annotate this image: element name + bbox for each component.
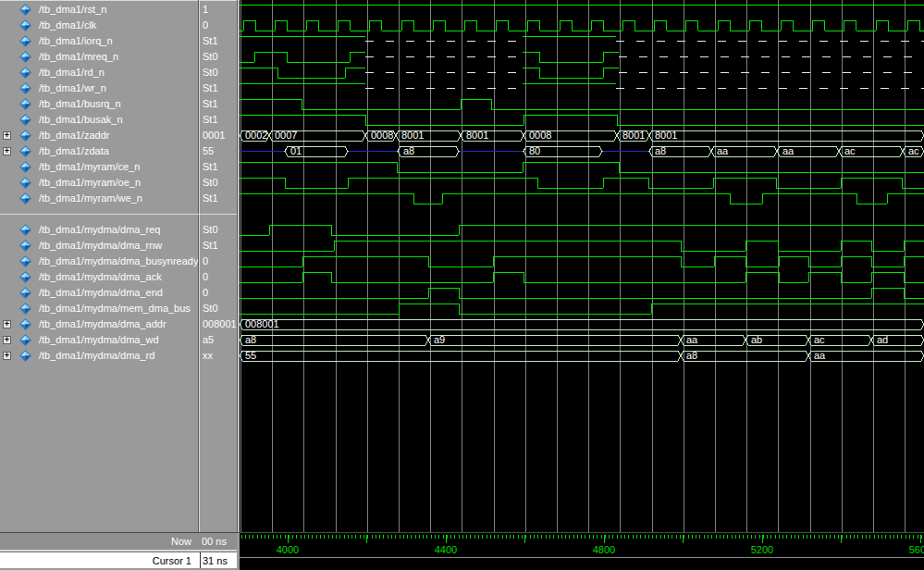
signal-diamond-icon xyxy=(19,19,31,31)
signal-row[interactable]: /tb_dma1/mydma/dma_end xyxy=(0,285,198,301)
waveform-canvas[interactable]: 0002000700088001800100088001800101a880a8… xyxy=(240,0,924,532)
signal-name: /tb_dma1/mreq_n xyxy=(39,51,118,62)
signal-value: 0 xyxy=(203,18,208,33)
signal-value: 1 xyxy=(203,2,208,18)
timeline-scroll-area[interactable] xyxy=(240,557,924,570)
now-label: Now xyxy=(0,536,191,547)
bus-value-box xyxy=(808,351,924,361)
signal-row[interactable]: /tb_dma1/mydma/mem_dma_bus xyxy=(0,301,198,316)
bus-value-label: ac xyxy=(844,145,856,156)
signal-name: /tb_dma1/zdata xyxy=(39,145,109,156)
signal-diamond-icon xyxy=(19,4,31,16)
signal-name: /tb_dma1/myram/oe_n xyxy=(39,177,141,188)
signal-value: St0 xyxy=(203,175,218,191)
signal-value: 0 xyxy=(203,269,208,285)
signal-diamond-icon xyxy=(19,51,31,63)
signal-name: /tb_dma1/mydma/dma_req xyxy=(39,224,160,235)
signal-diamond-icon xyxy=(19,255,31,267)
signal-row[interactable]: /tb_dma1/busak_n xyxy=(0,112,198,128)
cursor-row[interactable]: Cursor 1 31 ns xyxy=(0,551,237,568)
signal-name: /tb_dma1/rd_n xyxy=(39,67,105,78)
signal-group-divider xyxy=(0,214,237,215)
bus-value-label: 0007 xyxy=(275,130,297,141)
signal-diamond-icon xyxy=(19,318,31,330)
signal-value: St1 xyxy=(203,238,218,254)
bus-value-label: aa xyxy=(686,334,698,345)
signal-name: /tb_dma1/zaddr xyxy=(39,130,109,141)
signal-diamond-icon xyxy=(19,114,31,126)
tree-expand-icon[interactable]: + xyxy=(3,320,11,328)
signal-row[interactable]: +/tb_dma1/mydma/dma_addr xyxy=(0,316,198,332)
signal-row[interactable]: /tb_dma1/myram/oe_n xyxy=(0,175,198,191)
signal-diamond-icon xyxy=(19,192,31,204)
tree-expand-icon[interactable]: + xyxy=(3,336,11,344)
cursor-value: 31 ns xyxy=(200,552,237,568)
ruler-time-label: 5200 xyxy=(751,544,773,555)
signal-diamond-icon xyxy=(19,240,31,252)
signal-diamond-icon xyxy=(19,82,31,94)
bus-value-label: 55 xyxy=(245,350,256,361)
signal-diamond-icon xyxy=(19,303,31,315)
signal-value: St1 xyxy=(203,96,218,112)
signal-row[interactable]: /tb_dma1/myram/we_n xyxy=(0,191,198,206)
tree-expand-icon[interactable]: + xyxy=(3,131,11,140)
tree-expand-icon[interactable]: + xyxy=(3,147,11,155)
signal-value: St0 xyxy=(203,301,218,316)
signal-value: xx xyxy=(203,348,213,364)
signal-name: /tb_dma1/mydma/mem_dma_bus xyxy=(39,303,191,314)
signal-value: St1 xyxy=(203,81,218,96)
cursor-label: Cursor 1 xyxy=(0,555,191,566)
bus-value-label: aa xyxy=(717,145,729,156)
signal-row[interactable]: /tb_dma1/clk xyxy=(0,18,198,33)
signal-diamond-icon xyxy=(19,224,31,236)
bus-value-label: 01 xyxy=(290,145,302,156)
bus-value-label: 80 xyxy=(529,145,540,156)
signal-row[interactable]: /tb_dma1/mreq_n xyxy=(0,49,198,65)
signal-value: St1 xyxy=(203,33,218,49)
signal-value: 0001 xyxy=(203,128,225,143)
signal-name: /tb_dma1/mydma/dma_busynready xyxy=(39,255,198,266)
signal-row[interactable]: /tb_dma1/mydma/dma_busynready xyxy=(0,254,198,269)
bus-value-label: 0002 xyxy=(245,130,267,141)
bus-value-label: ac xyxy=(908,145,919,156)
bus-value-label: aa xyxy=(814,350,826,361)
signal-row[interactable]: +/tb_dma1/mydma/dma_rd xyxy=(0,348,198,364)
signal-row[interactable]: /tb_dma1/busrq_n xyxy=(0,96,198,112)
signal-value: St1 xyxy=(203,112,218,128)
signal-row[interactable]: /tb_dma1/rst_n xyxy=(0,2,198,18)
signal-row[interactable]: +/tb_dma1/zdata xyxy=(0,143,198,159)
signal-row[interactable]: /tb_dma1/iorq_n xyxy=(0,33,198,49)
bus-value-box xyxy=(649,130,924,141)
signal-row[interactable]: /tb_dma1/mydma/dma_rnw xyxy=(0,238,198,254)
bus-value-label: 8001 xyxy=(655,130,677,141)
now-row: Now 00 ns xyxy=(0,533,237,550)
ruler-time-label: 4800 xyxy=(593,544,615,555)
signal-row[interactable]: /tb_dma1/myram/ce_n xyxy=(0,159,198,175)
signal-row[interactable]: /tb_dma1/rd_n xyxy=(0,65,198,81)
signal-row[interactable]: /tb_dma1/mydma/dma_req xyxy=(0,222,198,238)
signal-name: /tb_dma1/myram/ce_n xyxy=(39,161,140,172)
signal-value: St0 xyxy=(203,49,218,65)
signal-diamond-icon xyxy=(19,98,31,110)
ruler-time-label: 4000 xyxy=(277,544,299,555)
signal-name: /tb_dma1/busrq_n xyxy=(39,98,121,109)
bus-value-box xyxy=(240,319,924,329)
signal-row[interactable]: /tb_dma1/mydma/dma_ack xyxy=(0,269,198,285)
bus-value-label: 8001 xyxy=(466,130,488,141)
tree-expand-icon[interactable]: + xyxy=(3,352,11,360)
signal-name: /tb_dma1/mydma/dma_rnw xyxy=(39,240,162,251)
timeline-ruler[interactable]: 40004400480052005600 xyxy=(240,533,924,557)
bus-value-label: 0008 xyxy=(371,130,393,141)
signal-value: a5 xyxy=(203,332,214,348)
signal-row[interactable]: /tb_dma1/wr_n xyxy=(0,81,198,96)
bus-value-box xyxy=(428,335,681,345)
bus-value-label: ac xyxy=(814,334,825,345)
signal-diamond-icon xyxy=(19,161,31,173)
signal-row[interactable]: +/tb_dma1/mydma/dma_wd xyxy=(0,332,198,348)
bus-value-box xyxy=(681,351,808,361)
signal-row[interactable]: +/tb_dma1/zaddr xyxy=(0,128,198,143)
signal-name: /tb_dma1/mydma/dma_ack xyxy=(39,271,162,282)
bus-value-label: 8001 xyxy=(622,130,645,141)
bus-value-label: 0008 xyxy=(529,130,551,141)
signal-value: St1 xyxy=(203,191,218,206)
